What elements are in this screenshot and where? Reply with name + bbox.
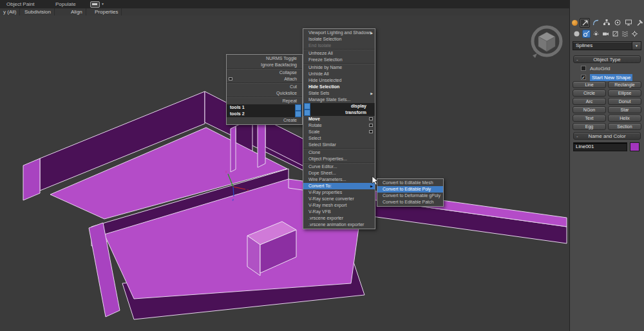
button-egg[interactable]: Egg — [573, 123, 606, 130]
ribbon-tab-populate[interactable]: Populate — [52, 0, 80, 8]
menu-item-rotate[interactable]: Rotate — [303, 122, 375, 129]
menu-item-manage-state-sets[interactable]: Manage State Sets... — [303, 97, 375, 103]
spline-category-dropdown[interactable]: Splines ▼ — [573, 41, 641, 50]
category-systems[interactable] — [630, 30, 639, 38]
menu-item-create[interactable]: Create — [227, 117, 302, 124]
menu-item-select-similar[interactable]: Select Similar — [303, 142, 375, 148]
button-ngon[interactable]: NGon — [573, 106, 606, 113]
menu-item-cut[interactable]: Cut — [227, 84, 302, 90]
menu-item-state-sets[interactable]: State Sets▶ — [303, 90, 375, 97]
systems-gear-icon — [631, 30, 638, 37]
menu-item-curve-editor[interactable]: Curve Editor... — [303, 164, 375, 170]
object-name-field[interactable]: Line001 — [573, 142, 627, 151]
menu-item-unhide-all[interactable]: Unhide All — [303, 71, 375, 77]
settings-box-icon[interactable] — [369, 130, 373, 133]
menu-item-repeat[interactable]: Repeat — [227, 98, 302, 104]
tab-utilities[interactable] — [634, 18, 644, 28]
button-star[interactable]: Star — [608, 106, 641, 113]
menu-item-hide-unselected[interactable]: Hide Unselected — [303, 77, 375, 84]
menu-item-convert-deformable-gpoly[interactable]: Convert to Deformable gPoly — [377, 193, 443, 199]
tab-motion[interactable] — [612, 18, 623, 28]
menu-item-unhide-by-name[interactable]: Unhide by Name — [303, 64, 375, 71]
menu-item-scale[interactable]: Scale — [303, 129, 375, 135]
menu-item-isolate-selection[interactable]: Isolate Selection — [303, 36, 375, 43]
settings-box-icon[interactable] — [369, 124, 373, 127]
menu-item-nurms-toggle[interactable]: NURMS Toggle — [227, 55, 302, 62]
quad-corner-square[interactable] — [295, 111, 301, 117]
button-line[interactable]: Line — [573, 81, 606, 88]
button-text[interactable]: Text — [573, 115, 606, 122]
quad-corner-square[interactable] — [304, 109, 310, 116]
rollout-object-type-header[interactable]: -Object Type — [573, 55, 641, 63]
menu-item-vray-scene-converter[interactable]: V-Ray scene converter — [303, 196, 375, 202]
category-shapes[interactable] — [582, 30, 591, 38]
tab-create[interactable] — [580, 18, 590, 28]
tab-modify[interactable] — [591, 18, 601, 28]
menu-item-viewport-lighting[interactable]: Viewport Lighting and Shadows▶ — [303, 30, 375, 36]
autogrid-checkbox[interactable] — [581, 66, 586, 71]
menu-item-vrscene-animation-exporter[interactable]: .vrscene animation exporter — [303, 222, 375, 228]
category-geometry[interactable] — [573, 30, 581, 38]
menu-item-select[interactable]: Select — [303, 135, 375, 142]
menu-item-freeze-selection[interactable]: Freeze Selection — [303, 57, 375, 63]
start-new-shape-checkbox[interactable]: ✓ — [581, 75, 586, 80]
menu-item-vrscene-exporter[interactable]: .vrscene exporter — [303, 215, 375, 222]
settings-box-icon[interactable] — [229, 77, 232, 80]
object-color-swatch[interactable] — [630, 142, 639, 151]
menu-item-quickslice[interactable]: Quickslice — [227, 90, 302, 97]
button-helix[interactable]: Helix — [608, 115, 641, 122]
menu-item-wire-parameters[interactable]: Wire Parameters... — [303, 176, 375, 183]
ribbon-panel-subdivision[interactable]: Subdivision — [21, 8, 55, 15]
dropdown-arrow-icon[interactable]: ▼ — [632, 42, 641, 50]
button-ellipse[interactable]: Ellipse — [608, 90, 641, 97]
menu-item-vray-mesh-export[interactable]: V-Ray mesh export — [303, 202, 375, 209]
ribbon-tab-object-paint[interactable]: Object Paint — [3, 0, 39, 8]
tab-display[interactable] — [623, 18, 634, 28]
axis-label-x: x — [247, 188, 249, 192]
quad-menu-tools: NURMS Toggle Ignore Backfacing Collapse … — [226, 54, 303, 125]
menu-item-hide-selection[interactable]: Hide Selection — [303, 84, 375, 90]
menu-item-object-properties[interactable]: Object Properties... — [303, 156, 375, 162]
menu-item-ignore-backfacing[interactable]: Ignore Backfacing — [227, 62, 302, 68]
menu-item-attach[interactable]: Attach — [227, 76, 302, 82]
viewcube[interactable] — [533, 27, 561, 58]
menu-item-convert-editable-mesh[interactable]: Convert to Editable Mesh — [377, 180, 443, 186]
menu-item-dope-sheet[interactable]: Dope Sheet... — [303, 170, 375, 176]
menu-item-collapse[interactable]: Collapse — [227, 70, 302, 76]
button-rectangle[interactable]: Rectangle — [608, 81, 641, 88]
lights-icon — [592, 30, 600, 37]
menu-item-convert-editable-poly[interactable]: Convert to Editable Poly — [377, 186, 443, 193]
ribbon-panel-align[interactable]: Align — [68, 8, 86, 15]
tab-hierarchy[interactable] — [601, 18, 612, 28]
quad-title-tools1[interactable]: tools 1 — [227, 104, 302, 111]
menu-item-move[interactable]: Move — [303, 116, 375, 122]
menu-item-convert-editable-patch[interactable]: Convert to Editable Patch — [377, 199, 443, 205]
category-lights[interactable] — [592, 30, 600, 38]
category-space-warps[interactable] — [621, 30, 629, 38]
quad-corner-square[interactable] — [304, 103, 310, 109]
button-section[interactable]: Section — [608, 123, 641, 130]
menu-item-unfreeze-all[interactable]: Unfreeze All — [303, 50, 375, 57]
menu-item-vray-vfb[interactable]: V-Ray VFB — [303, 209, 375, 215]
axis-label-z: z — [232, 198, 234, 202]
menu-item-convert-to[interactable]: Convert To:▶ — [303, 183, 375, 189]
ribbon-panel-geometry-all[interactable]: y (All) — [0, 8, 20, 15]
quad-corner-square[interactable] — [295, 104, 301, 111]
menu-item-vray-properties[interactable]: V-Ray properties — [303, 189, 375, 196]
rollout-name-color-header[interactable]: -Name and Color — [573, 132, 641, 140]
quad-title-display[interactable]: display — [303, 103, 375, 109]
command-panel-tabs — [572, 17, 644, 28]
button-circle[interactable]: Circle — [573, 90, 606, 97]
menu-item-clone[interactable]: Clone — [303, 149, 375, 156]
category-cameras[interactable] — [601, 30, 610, 38]
category-helpers[interactable] — [611, 30, 620, 38]
button-arc[interactable]: Arc — [573, 98, 606, 105]
settings-box-icon[interactable] — [369, 117, 373, 120]
quad-title-transform[interactable]: transform — [303, 109, 375, 116]
modify-curve-icon — [592, 19, 600, 26]
rollout-name-and-color: -Name and Color — [573, 132, 641, 140]
quad-title-tools2[interactable]: tools 2 — [227, 111, 302, 117]
button-donut[interactable]: Donut — [608, 98, 641, 105]
ribbon-panel-properties[interactable]: Properties — [91, 8, 122, 15]
ribbon-minimize-toggle[interactable]: ▼ — [90, 1, 104, 7]
